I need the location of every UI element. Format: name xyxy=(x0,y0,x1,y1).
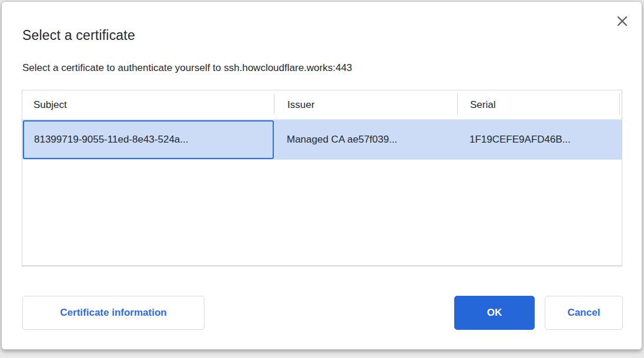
cell-issuer[interactable]: Managed CA ae57f039... xyxy=(274,120,457,160)
table-header: Subject Issuer Serial xyxy=(22,90,622,120)
cancel-button[interactable]: Cancel xyxy=(545,296,623,330)
column-header-subject[interactable]: Subject xyxy=(22,90,274,119)
column-header-serial[interactable]: Serial xyxy=(458,90,619,119)
dialog-subtitle: Select a certificate to authenticate you… xyxy=(22,62,352,74)
certificate-information-button[interactable]: Certificate information xyxy=(22,296,204,330)
cell-serial[interactable]: 1F19CEFE9AFD46B... xyxy=(457,120,622,160)
select-certificate-dialog: Select a certificate Select a certificat… xyxy=(1,1,642,350)
scrollbar-gutter xyxy=(620,90,622,119)
close-icon xyxy=(616,15,629,28)
certificate-table: Subject Issuer Serial 81399719-9055-11ed… xyxy=(22,90,622,266)
ok-button[interactable]: OK xyxy=(454,296,535,330)
cell-subject[interactable]: 81399719-9055-11ed-8e43-524a... xyxy=(23,120,274,159)
dialog-title: Select a certificate xyxy=(22,28,135,43)
certificate-row[interactable]: 81399719-9055-11ed-8e43-524a... Managed … xyxy=(22,120,622,160)
close-button[interactable] xyxy=(613,12,631,30)
column-header-issuer[interactable]: Issuer xyxy=(274,90,457,119)
screen: Select a certificate Select a certificat… xyxy=(0,0,644,358)
